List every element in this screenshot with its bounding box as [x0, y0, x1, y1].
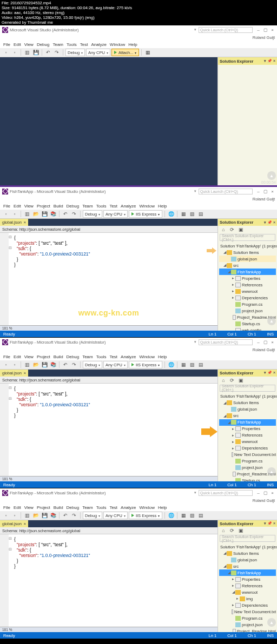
nav-fwd-icon[interactable]: ◦	[11, 361, 18, 368]
expand-icon[interactable]: ▸	[231, 433, 235, 438]
menu-test[interactable]: Test	[109, 204, 117, 209]
close-panel-icon[interactable]: ×	[273, 220, 275, 225]
tree-node[interactable]: ◢wwwroot	[219, 589, 276, 595]
home-icon[interactable]: ⌂	[220, 226, 227, 233]
tree-node[interactable]: Program.cs	[219, 301, 276, 307]
pin-icon[interactable]: 📌	[267, 59, 272, 63]
minimize-button[interactable]: –	[256, 189, 261, 194]
tree-node[interactable]: ▸Properties	[219, 426, 276, 432]
undo-icon[interactable]: ↶	[62, 361, 69, 368]
tree-node[interactable]: New Text Document.txt	[219, 608, 276, 615]
menu-edit[interactable]: Edit	[14, 42, 21, 47]
tool1-icon[interactable]: ▦	[180, 512, 187, 519]
tool-icon[interactable]: ▦	[144, 49, 151, 56]
minimize-button[interactable]: –	[256, 340, 261, 345]
menu-edit[interactable]: Edit	[14, 204, 21, 209]
user-name[interactable]: Roland Guijt	[253, 347, 275, 352]
tree-node[interactable]: ◢src	[219, 413, 276, 419]
tree-node[interactable]: Startup.cs	[219, 478, 276, 481]
tool1-icon[interactable]: ▦	[180, 361, 187, 368]
menu-analyze[interactable]: Analyze	[121, 505, 136, 510]
tree-node[interactable]: ◢FishTankApp	[219, 419, 276, 426]
expand-icon[interactable]: ◢	[222, 250, 227, 254]
menu-debug[interactable]: Debug	[67, 354, 80, 359]
close-button[interactable]: ×	[270, 340, 275, 345]
code-editor[interactable]: ⊟{ "projects": [ "src", "test" ], ⊟ "sdk…	[0, 233, 217, 325]
platform-dropdown[interactable]: Any CPU▾	[103, 361, 128, 368]
menu-tools[interactable]: Tools	[96, 204, 107, 209]
tree-node[interactable]: ▸References	[219, 432, 276, 439]
save-all-icon[interactable]: 📚	[49, 361, 57, 368]
tool2-icon[interactable]: ▨	[188, 512, 196, 519]
menu-test[interactable]: Test	[109, 354, 117, 359]
config-dropdown[interactable]: Debug▾	[65, 49, 85, 56]
expand-icon[interactable]: ◢	[231, 590, 235, 594]
new-icon[interactable]: ▥	[23, 361, 31, 368]
refresh-icon[interactable]: ⟳	[228, 377, 236, 384]
editor-tab-global-json[interactable]: global.json×	[0, 219, 28, 226]
menu-test[interactable]: Test	[109, 505, 117, 510]
menu-view[interactable]: View	[24, 354, 34, 359]
menu-file[interactable]: File	[3, 42, 10, 47]
config-dropdown[interactable]: Debug▾	[83, 210, 102, 218]
close-button[interactable]: ×	[270, 189, 275, 194]
tree-node[interactable]: global.json	[219, 556, 276, 563]
tree-node[interactable]: Program.cs	[219, 458, 276, 465]
expand-icon[interactable]: ◢	[222, 414, 227, 418]
expand-icon[interactable]: ▸	[231, 296, 235, 300]
tree-node[interactable]: ▸Dependencies	[219, 602, 276, 608]
toolbar-dropdown-icon[interactable]: ▾	[194, 340, 196, 344]
tree-node[interactable]: ▸Dependencies	[219, 294, 276, 301]
expand-icon[interactable]: ◢	[227, 270, 231, 274]
menu-tools[interactable]: Tools	[96, 354, 107, 359]
save-icon[interactable]: 💾	[41, 210, 48, 218]
tool3-icon[interactable]: ▤	[197, 210, 205, 218]
tree-node[interactable]: Solution 'FishTankApp' (1 project)	[219, 243, 276, 249]
nav-fwd-icon[interactable]: ◦	[11, 512, 18, 519]
dropdown-icon[interactable]: ▾	[264, 371, 266, 375]
tree-node[interactable]: ◢FishTankApp	[219, 569, 276, 576]
menu-help[interactable]: Help	[158, 505, 167, 510]
se-search-input[interactable]: Search Solution Explorer (Ctrl+;)	[220, 234, 275, 241]
menu-tools[interactable]: Tools	[96, 505, 107, 510]
expand-icon[interactable]: ▸	[231, 283, 235, 287]
undo-icon[interactable]: ↶	[62, 512, 69, 519]
open-icon[interactable]: 📂	[32, 210, 39, 218]
menu-project[interactable]: Project	[37, 204, 50, 209]
save-icon[interactable]: 💾	[32, 49, 39, 56]
tool2-icon[interactable]: ▨	[188, 210, 196, 218]
schema-url[interactable]: http://json.schemastore.org/global	[19, 227, 81, 232]
collapse-icon[interactable]: ▣	[237, 377, 245, 384]
dropdown-icon[interactable]: ▾	[264, 59, 266, 63]
user-name[interactable]: Roland Guijt	[253, 35, 275, 40]
nav-back-icon[interactable]: ◦	[2, 49, 10, 56]
browser-icon[interactable]: 🌐	[167, 512, 175, 519]
menu-help[interactable]: Help	[158, 204, 167, 209]
home-icon[interactable]: ⌂	[220, 527, 227, 534]
zoom-level[interactable]: 181 %	[2, 477, 12, 481]
save-icon[interactable]: 💾	[41, 512, 48, 519]
refresh-icon[interactable]: ⟳	[228, 226, 236, 233]
menu-window[interactable]: Window	[140, 354, 155, 359]
expand-icon[interactable]: ▸	[231, 440, 235, 444]
zoom-level[interactable]: 181 %	[2, 326, 12, 330]
redo-icon[interactable]: ↷	[70, 512, 78, 519]
tree-node[interactable]: ▸References	[219, 582, 276, 589]
tree-node[interactable]: ▸wwwroot	[219, 439, 276, 445]
expand-icon[interactable]: ▸	[231, 427, 235, 431]
menu-file[interactable]: File	[3, 204, 10, 209]
tree-node[interactable]: ◢Solution Items	[219, 550, 276, 556]
platform-dropdown[interactable]: Any CPU▾	[103, 512, 128, 519]
tool1-icon[interactable]: ▦	[180, 210, 187, 218]
config-dropdown[interactable]: Debug▾	[83, 512, 102, 519]
expand-icon[interactable]: ◢	[222, 263, 227, 267]
tree-node[interactable]: ▸Properties	[219, 576, 276, 582]
tool3-icon[interactable]: ▤	[197, 361, 205, 368]
tree-node[interactable]: ◢FishTankApp	[219, 269, 276, 275]
minimize-button[interactable]: –	[256, 28, 261, 32]
menu-edit[interactable]: Edit	[14, 505, 21, 510]
menu-window[interactable]: Window	[140, 204, 155, 209]
tab-close-icon[interactable]: ×	[24, 220, 26, 225]
expand-icon[interactable]: ◢	[227, 571, 231, 575]
toolbar-dropdown-icon[interactable]: ▾	[194, 189, 196, 193]
